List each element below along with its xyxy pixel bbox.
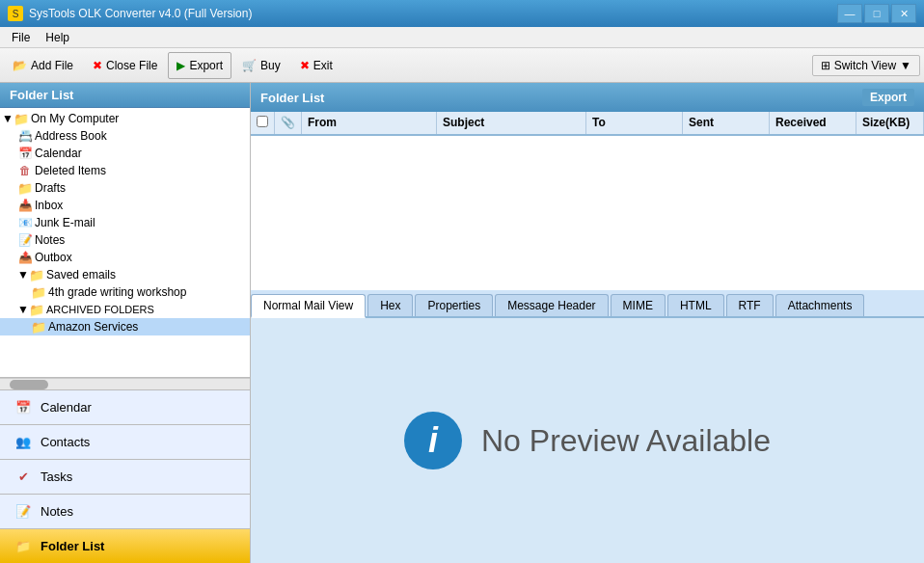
archived-folders-label: ARCHIVED FOLDERS xyxy=(46,304,154,315)
notes-label: Notes xyxy=(35,233,65,247)
title-bar: S SysTools OLK Converter v4.0 (Full Vers… xyxy=(0,0,924,27)
grid-col-from[interactable]: From xyxy=(302,112,437,134)
buy-label: Buy xyxy=(260,59,281,72)
toolbar-right: ⊞ Switch View ▼ xyxy=(812,55,920,76)
grid-col-size[interactable]: Size(KB) xyxy=(856,112,924,134)
folder-tree[interactable]: ▼ 📁 On My Computer 📇 Address Book 📅 Cale… xyxy=(0,108,250,378)
menu-file[interactable]: File xyxy=(4,29,38,46)
notes-icon: 📝 xyxy=(17,233,33,247)
right-panel-header: Folder List Export xyxy=(251,83,924,112)
calendar-label: Calendar xyxy=(35,147,82,160)
grid-header: 📎 From Subject To Sent Received Size(KB) xyxy=(251,112,924,136)
tree-item-deleted-items[interactable]: 🗑 Deleted Items xyxy=(0,162,250,179)
address-book-icon: 📇 xyxy=(17,129,33,143)
outbox-label: Outbox xyxy=(35,251,72,264)
tree-item-calendar[interactable]: 📅 Calendar xyxy=(0,145,250,162)
main-layout: Folder List ▼ 📁 On My Computer 📇 Address… xyxy=(0,83,924,563)
drafts-icon: 📁 xyxy=(17,181,33,195)
drafts-label: Drafts xyxy=(35,181,66,195)
tree-item-on-my-computer[interactable]: ▼ 📁 On My Computer xyxy=(0,110,250,127)
contacts-nav-label: Contacts xyxy=(41,435,90,449)
tab-message-header[interactable]: Message Header xyxy=(495,294,608,316)
deleted-items-icon: 🗑 xyxy=(17,164,33,177)
tab-hex[interactable]: Hex xyxy=(367,294,413,316)
tree-item-4th-grade[interactable]: 📁 4th grade writing workshop xyxy=(0,283,250,301)
tab-properties[interactable]: Properties xyxy=(415,294,493,316)
notes-nav-label: Notes xyxy=(41,504,73,519)
tab-bar: Normal Mail View Hex Properties Message … xyxy=(251,290,924,318)
tab-normal-mail[interactable]: Normal Mail View xyxy=(251,294,366,318)
left-panel-title: Folder List xyxy=(10,88,73,102)
email-grid: 📎 From Subject To Sent Received Size(KB) xyxy=(251,112,924,290)
4th-grade-label: 4th grade writing workshop xyxy=(48,285,186,299)
calendar-icon: 📅 xyxy=(17,147,33,160)
title-bar-left: S SysTools OLK Converter v4.0 (Full Vers… xyxy=(8,6,252,21)
close-file-button[interactable]: ✖ Close File xyxy=(84,52,166,79)
calendar-nav-icon: 📅 xyxy=(14,399,33,416)
inbox-icon: 📥 xyxy=(17,199,33,212)
junk-email-label: Junk E-mail xyxy=(35,216,95,229)
add-file-button[interactable]: 📂 Add File xyxy=(4,52,82,79)
expand-archived[interactable]: ▼ xyxy=(17,304,29,315)
add-file-label: Add File xyxy=(31,59,73,72)
tree-item-amazon-services[interactable]: 📁 Amazon Services xyxy=(0,318,250,335)
select-all-checkbox[interactable] xyxy=(257,116,268,127)
grid-col-check[interactable] xyxy=(251,112,275,134)
tab-rtf[interactable]: RTF xyxy=(726,294,774,316)
switch-view-arrow: ▼ xyxy=(900,59,911,72)
saved-emails-icon: 📁 xyxy=(29,268,44,282)
exit-button[interactable]: ✖ Exit xyxy=(291,52,341,79)
expand-on-my-computer[interactable]: ▼ xyxy=(2,113,14,124)
nav-buttons: 📅 Calendar 👥 Contacts ✔ Tasks 📝 Notes 📁 … xyxy=(0,389,250,563)
folder-list-nav-button[interactable]: 📁 Folder List xyxy=(0,528,250,563)
expand-saved-emails[interactable]: ▼ xyxy=(17,269,29,281)
address-book-label: Address Book xyxy=(35,129,107,143)
menu-help[interactable]: Help xyxy=(38,29,77,46)
menu-bar: File Help xyxy=(0,27,924,48)
grid-col-sent[interactable]: Sent xyxy=(683,112,770,134)
grid-col-received[interactable]: Received xyxy=(770,112,856,134)
notes-nav-button[interactable]: 📝 Notes xyxy=(0,494,250,528)
grid-col-subject[interactable]: Subject xyxy=(437,112,586,134)
right-panel-export[interactable]: Export xyxy=(862,89,914,106)
window-title: SysTools OLK Converter v4.0 (Full Versio… xyxy=(29,7,252,20)
tree-item-notes[interactable]: 📝 Notes xyxy=(0,231,250,249)
right-panel: Folder List Export 📎 From Subject To xyxy=(251,83,924,563)
tree-item-outbox[interactable]: 📤 Outbox xyxy=(0,249,250,266)
amazon-services-icon: 📁 xyxy=(31,320,46,334)
contacts-nav-icon: 👥 xyxy=(14,434,33,451)
grid-col-attach[interactable]: 📎 xyxy=(275,112,302,134)
deleted-items-label: Deleted Items xyxy=(35,164,106,177)
left-panel-header: Folder List xyxy=(0,83,250,108)
inbox-label: Inbox xyxy=(35,199,63,212)
calendar-nav-button[interactable]: 📅 Calendar xyxy=(0,389,250,424)
grid-col-to[interactable]: To xyxy=(586,112,683,134)
maximize-button[interactable]: □ xyxy=(864,4,889,23)
tree-item-archived-folders[interactable]: ▼ 📁 ARCHIVED FOLDERS xyxy=(0,301,250,318)
right-panel-title: Folder List xyxy=(260,91,324,105)
horizontal-scrollbar[interactable] xyxy=(0,378,250,389)
tree-item-saved-emails[interactable]: ▼ 📁 Saved emails xyxy=(0,266,250,283)
close-file-label: Close File xyxy=(106,59,157,72)
export-button[interactable]: ▶ Export xyxy=(168,52,231,79)
tasks-nav-label: Tasks xyxy=(41,469,72,484)
scrollbar-thumb[interactable] xyxy=(10,380,48,389)
minimize-button[interactable]: — xyxy=(837,4,862,23)
tab-html[interactable]: HTML xyxy=(667,294,724,316)
close-button[interactable]: ✕ xyxy=(891,4,916,23)
tab-mime[interactable]: MIME xyxy=(611,294,666,316)
contacts-nav-button[interactable]: 👥 Contacts xyxy=(0,424,250,459)
tree-item-drafts[interactable]: 📁 Drafts xyxy=(0,179,250,197)
tasks-nav-button[interactable]: ✔ Tasks xyxy=(0,459,250,494)
switch-view-icon: ⊞ xyxy=(821,59,830,72)
switch-view-label: Switch View xyxy=(834,59,896,72)
tasks-nav-icon: ✔ xyxy=(14,469,33,486)
folder-list-nav-icon: 📁 xyxy=(14,538,33,555)
tree-item-junk-email[interactable]: 📧 Junk E-mail xyxy=(0,214,250,231)
switch-view-button[interactable]: ⊞ Switch View ▼ xyxy=(812,55,920,76)
tree-item-address-book[interactable]: 📇 Address Book xyxy=(0,127,250,145)
tab-attachments[interactable]: Attachments xyxy=(775,294,865,316)
tree-item-inbox[interactable]: 📥 Inbox xyxy=(0,197,250,214)
exit-icon: ✖ xyxy=(300,59,310,72)
buy-button[interactable]: 🛒 Buy xyxy=(233,52,289,79)
